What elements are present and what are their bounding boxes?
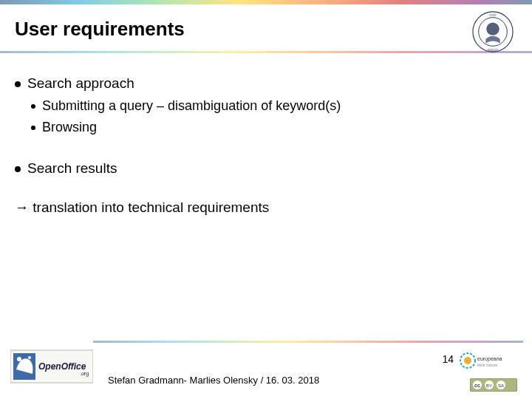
svg-text:think culture: think culture [477,363,497,367]
top-rainbow-rule [0,0,532,4]
svg-text:OpenOffice: OpenOffice [38,361,86,372]
openoffice-logo-icon: OpenOffice .org [10,349,93,384]
bullet-search-approach: Search approach [15,74,517,94]
svg-text:SA: SA [498,383,504,388]
bullet-text: Search approach [27,74,134,94]
arrow-translation: → translation into technical requirement… [15,198,517,218]
svg-point-2 [486,22,499,35]
slide-title: User requirements [15,18,517,41]
cc-badge-icon: cc BY SA [470,378,517,392]
svg-point-7 [17,357,21,361]
title-underline [0,51,532,53]
svg-point-8 [28,356,31,359]
bullet-icon [31,126,35,130]
svg-text:.org: .org [80,371,89,377]
svg-text:cc: cc [474,383,480,388]
bullet-icon [31,104,35,109]
bullet-browsing: Browsing [31,118,517,137]
svg-text:UNIV: UNIV [489,14,497,17]
svg-point-12 [464,357,471,364]
bullet-search-results: Search results [15,159,517,179]
svg-text:BY: BY [486,383,492,388]
svg-text:europeana: europeana [477,356,502,362]
slide-number: 14 [442,353,454,365]
bullet-text: Submitting a query – disambiguation of k… [42,97,341,115]
europeana-logo-icon: europeana think culture [460,352,514,369]
bullet-icon [15,81,21,87]
footer-credit: Stefan Gradmann- Marlies Olensky / 16. 0… [108,375,319,386]
bullet-text: Search results [27,159,117,179]
footer: OpenOffice .org Stefan Gradmann- Marlies… [0,343,532,399]
slide-content: Search approach Submitting a query – dis… [0,53,532,217]
university-seal-icon: UNIV BERLIN [471,10,514,53]
bullet-text: Browsing [42,118,97,137]
bullet-submitting-query: Submitting a query – disambiguation of k… [31,97,517,115]
bullet-icon [15,166,21,172]
